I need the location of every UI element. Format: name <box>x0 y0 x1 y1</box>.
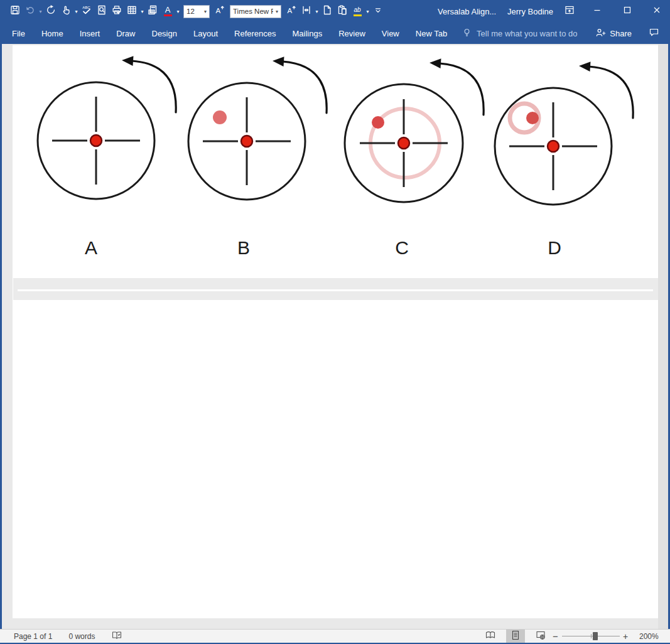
share-label: Share <box>610 29 632 38</box>
zoom-slider[interactable] <box>562 630 620 643</box>
new-document-icon <box>321 4 333 18</box>
font-color-button[interactable]: A <box>160 2 175 21</box>
customize-qat-button[interactable] <box>370 2 386 21</box>
touch-mode-button[interactable] <box>58 2 73 21</box>
status-bar: Page 1 of 1 0 words <box>0 629 670 644</box>
print-layout-button[interactable] <box>506 630 525 643</box>
zoom-slider-handle[interactable] <box>593 632 598 640</box>
vertical-scrollbar[interactable] <box>658 44 668 629</box>
tab-review[interactable]: Review <box>330 23 374 44</box>
lightbulb-icon <box>462 27 472 40</box>
ribbon-display-options-button[interactable] <box>560 0 579 23</box>
font-color-dropdown[interactable]: ▾ <box>175 9 181 14</box>
char-spacing-button[interactable] <box>299 2 314 21</box>
comments-icon[interactable] <box>648 26 660 40</box>
tab-new-tab[interactable]: New Tab <box>408 23 455 44</box>
print-layout-icon <box>510 630 521 643</box>
counterclockwise-arrow-C <box>440 63 484 115</box>
center-dot-B <box>241 136 252 147</box>
tab-file[interactable]: File <box>4 23 33 44</box>
maximize-button[interactable] <box>618 0 637 23</box>
redo-button[interactable] <box>43 2 58 21</box>
spelling-button[interactable]: ABC <box>79 2 94 21</box>
print-preview-button[interactable] <box>145 2 160 21</box>
new-document-button[interactable] <box>320 2 335 21</box>
highlight-icon: ab <box>354 6 362 16</box>
highlight-dropdown[interactable]: ▾ <box>365 9 370 14</box>
arrowhead-A <box>122 56 134 66</box>
chevron-down-icon: ▾ <box>366 9 369 14</box>
alignment-figure[interactable]: ABCD <box>19 45 646 278</box>
touch-mode-icon <box>60 4 72 18</box>
tell-me-label: Tell me what you want to do <box>477 29 577 38</box>
window-border-left <box>0 23 2 644</box>
insert-table-button[interactable] <box>124 2 139 21</box>
font-name-combo-value: Times New R <box>233 8 273 15</box>
ribbon-tab-bar: FileHomeInsertDrawDesignLayoutReferences… <box>0 23 670 44</box>
undo-icon <box>24 4 36 18</box>
close-icon <box>651 4 662 18</box>
insert-table-dropdown[interactable]: ▾ <box>139 9 145 14</box>
svg-text:A: A <box>216 7 221 14</box>
web-layout-button[interactable] <box>531 630 550 643</box>
word-count-indicator[interactable]: 0 words <box>68 632 95 641</box>
chevron-down-icon: ▾ <box>176 9 179 14</box>
document-title: Versalab Align... <box>438 0 496 23</box>
tab-insert[interactable]: Insert <box>72 23 109 44</box>
quick-print-icon <box>111 4 122 18</box>
font-size-combo[interactable]: 12▾ <box>183 5 210 18</box>
undo-button[interactable] <box>23 2 38 21</box>
print-preview-edit-icon <box>96 4 107 18</box>
shrink-grow-font-button[interactable]: A <box>212 2 227 21</box>
tab-home[interactable]: Home <box>33 23 72 44</box>
read-mode-button[interactable] <box>481 630 500 643</box>
page-break-band <box>13 278 658 300</box>
shrink-grow-font-icon: A <box>214 4 225 18</box>
save-button[interactable] <box>8 2 23 21</box>
figure-label-B: B <box>237 237 250 258</box>
page-number-indicator[interactable]: Page 1 of 1 <box>14 632 52 641</box>
zoom-in-button[interactable]: + <box>623 630 628 643</box>
chevron-down-icon: ▾ <box>141 9 143 14</box>
alignment-figure-svg: ABCD <box>19 45 646 278</box>
close-button[interactable] <box>647 0 666 23</box>
proofing-status-icon[interactable] <box>111 630 122 643</box>
grow-font-icon: A <box>286 4 297 18</box>
share-button[interactable]: Share <box>595 27 632 40</box>
arrowhead-D <box>579 62 591 72</box>
arrowhead-C <box>430 58 441 68</box>
font-size-combo-value: 12 <box>186 8 202 15</box>
tell-me-box[interactable]: Tell me what you want to do <box>462 27 577 40</box>
tab-view[interactable]: View <box>374 23 408 44</box>
tab-draw[interactable]: Draw <box>108 23 143 44</box>
offset-dot-D <box>526 112 539 124</box>
target-circle-D: D <box>495 62 633 258</box>
zoom-out-button[interactable]: − <box>553 630 558 643</box>
tab-references[interactable]: References <box>226 23 284 44</box>
title-bar: ▾▾ABC▾A▾12▾ATimes New R▾A▾ab▾ Versalab A… <box>0 0 670 23</box>
print-preview-edit-button[interactable] <box>94 2 109 21</box>
minimize-icon <box>592 4 603 18</box>
highlight-button[interactable]: ab <box>350 2 365 21</box>
tab-mailings[interactable]: Mailings <box>284 23 331 44</box>
ribbon-tabs: FileHomeInsertDrawDesignLayoutReferences… <box>0 23 455 44</box>
paste-button[interactable] <box>335 2 350 21</box>
tab-design[interactable]: Design <box>144 23 185 44</box>
chevron-down-icon: ▾ <box>75 9 77 14</box>
read-mode-icon <box>485 630 496 643</box>
char-spacing-dropdown[interactable]: ▾ <box>314 9 320 14</box>
quick-print-button[interactable] <box>109 2 124 21</box>
undo-dropdown[interactable]: ▾ <box>38 9 43 14</box>
zoom-percentage[interactable]: 200% <box>639 630 659 643</box>
minimize-button[interactable] <box>588 0 607 23</box>
customize-qat-icon <box>372 4 384 18</box>
tab-layout[interactable]: Layout <box>185 23 226 44</box>
paste-icon <box>337 4 348 18</box>
share-person-icon <box>595 27 606 40</box>
grow-font-button[interactable]: A <box>284 2 299 21</box>
svg-text:A: A <box>288 7 293 14</box>
maximize-icon <box>622 4 633 18</box>
font-name-combo[interactable]: Times New R▾ <box>230 5 281 18</box>
touch-mode-dropdown[interactable]: ▾ <box>73 9 79 14</box>
spelling-icon: ABC <box>81 4 92 18</box>
